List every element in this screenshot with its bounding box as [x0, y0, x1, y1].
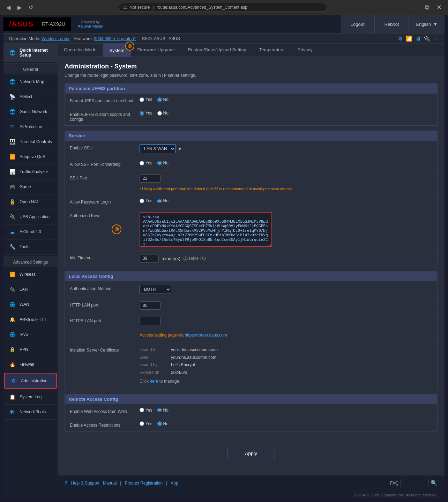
tab-firmware-upgrade[interactable]: Firmware Upgrade: [131, 44, 182, 57]
sidebar-item-game[interactable]: 🎮 Game: [3, 179, 58, 194]
op-mode-link[interactable]: Wireless router: [42, 36, 70, 41]
format-no-label: No: [163, 97, 169, 102]
scripts-yes-radio[interactable]: [140, 111, 144, 116]
network-status-icon[interactable]: 🖥: [415, 36, 421, 42]
pf-yes-option[interactable]: Yes: [140, 161, 152, 165]
wan-label: WAN: [20, 302, 29, 307]
sidebar-item-ipv6[interactable]: 🌐 IPv6: [3, 327, 58, 342]
tab-system[interactable]: System ②: [103, 44, 131, 57]
sidebar-item-alexa-ifttt[interactable]: 🔔 Alexa & IFTTT: [3, 312, 58, 327]
app-link[interactable]: App: [171, 481, 178, 486]
password-login-value: Yes No: [140, 198, 432, 203]
ssh-port-value: * Using a different port than the defaul…: [140, 174, 432, 191]
sidebar-item-aimesh[interactable]: 📡 AiMesh: [3, 89, 58, 104]
format-no-radio[interactable]: [157, 97, 162, 102]
share-status-icon[interactable]: ↔: [433, 36, 439, 42]
format-yes-radio[interactable]: [140, 97, 144, 102]
administration-icon: ⚙: [10, 377, 17, 385]
sidebar-item-wan[interactable]: 🌐 WAN: [3, 297, 58, 312]
tab-privacy[interactable]: Privacy: [291, 44, 319, 57]
manual-link[interactable]: Manual: [103, 481, 117, 486]
pl-yes-option[interactable]: Yes: [140, 198, 152, 203]
sidebar-item-adaptive-qos[interactable]: 📶 Adaptive QoS: [3, 149, 58, 164]
sidebar-item-system-log[interactable]: 📋 System Log: [3, 390, 58, 405]
pf-yes-radio[interactable]: [140, 161, 144, 165]
sidebar-item-wireless[interactable]: 📶 Wireless: [3, 267, 58, 282]
firmware-link[interactable]: 3004.388.5_0-gnuton1: [94, 36, 136, 41]
format-yes-option[interactable]: Yes: [140, 97, 152, 102]
sidebar-item-network-tools[interactable]: 🛠 Network Tools: [3, 405, 58, 420]
settings-status-icon[interactable]: ⚙: [398, 35, 403, 42]
wifi-status-icon[interactable]: 📶: [405, 35, 412, 42]
quick-setup-icon: 🌐: [8, 49, 16, 57]
sidebar-item-open-nat[interactable]: 🔓 Open NAT: [3, 194, 58, 209]
ar-no-radio[interactable]: [157, 421, 162, 426]
sidebar-item-lan[interactable]: 🔌 LAN: [3, 282, 58, 297]
http-port-input[interactable]: [140, 301, 160, 310]
sidebar-item-aiprotection[interactable]: 🛡 AiProtection: [3, 119, 58, 134]
logout-button[interactable]: Logout: [341, 15, 375, 33]
enable-ssh-select[interactable]: LAN only LAN & WAN No: [140, 144, 176, 153]
annotation-3: ③: [112, 224, 121, 234]
product-reg-link[interactable]: Product Registration: [125, 481, 163, 486]
parental-controls-icon: 👨‍👩‍👧: [8, 138, 16, 146]
http-port-value: [140, 301, 432, 310]
minimize-button[interactable]: —: [410, 3, 420, 12]
access-link[interactable]: https://router.asus.com: [185, 333, 227, 338]
ar-yes-option[interactable]: Yes: [140, 421, 152, 426]
separator: |: [153, 5, 154, 10]
ssh-port-input[interactable]: [140, 174, 160, 183]
ar-yes-label: Yes: [145, 421, 152, 426]
ar-no-option[interactable]: No: [157, 421, 169, 426]
sidebar-item-usb-application[interactable]: 🔌 USB Application: [3, 209, 58, 224]
cert-manage-link[interactable]: here: [150, 379, 158, 384]
ar-yes-radio[interactable]: [140, 421, 144, 426]
scripts-no-radio[interactable]: [157, 111, 162, 116]
tab-operation-mode[interactable]: Operation Mode: [58, 44, 103, 57]
faq-search-button[interactable]: 🔍: [431, 480, 438, 486]
sidebar-item-parental-controls[interactable]: 👨‍👩‍👧 Parental Controls: [3, 134, 58, 149]
address-bar[interactable]: ⚠ Not secure | router.asus.com/Advanced_…: [118, 3, 327, 12]
scripts-no-option[interactable]: No: [157, 111, 169, 116]
auth-method-select[interactable]: BOTH Password Cert: [140, 285, 171, 294]
authorized-keys-textarea[interactable]: [140, 212, 272, 247]
wa-no-option[interactable]: No: [157, 408, 169, 413]
sidebar-item-network-map[interactable]: 🌐 Network Map: [3, 74, 58, 89]
pf-no-option[interactable]: No: [157, 161, 169, 165]
tab-restore-save[interactable]: Restore/Save/Upload Setting: [181, 44, 253, 57]
sidebar-item-vpn[interactable]: 🔒 VPN: [3, 342, 58, 357]
sidebar-item-aicloud[interactable]: ☁ AiCloud 2.0: [3, 224, 58, 239]
usb-status-icon[interactable]: 🔌: [424, 35, 431, 42]
status-bar: Operation Mode: Wireless router Firmware…: [3, 34, 445, 44]
quick-setup-item[interactable]: 🌐 Quick Internet Setup: [3, 44, 58, 62]
forward-button[interactable]: ▶: [15, 3, 24, 12]
faq-input[interactable]: [401, 479, 428, 487]
wa-yes-radio[interactable]: [140, 408, 144, 412]
https-port-input[interactable]: [140, 317, 160, 325]
pl-no-radio[interactable]: [157, 199, 162, 203]
sidebar-item-traffic-analyzer[interactable]: 📊 Traffic Analyzer: [3, 164, 58, 179]
sidebar-item-guest-network[interactable]: 🌐 Guest Network: [3, 104, 58, 119]
pf-no-radio[interactable]: [157, 161, 162, 165]
reload-button[interactable]: ↺: [27, 3, 35, 12]
scripts-yes-option[interactable]: Yes: [140, 111, 152, 116]
idle-timeout-input[interactable]: [140, 254, 159, 263]
cert-issued-to-label: Issued to :: [140, 346, 167, 354]
close-button[interactable]: ✕: [434, 3, 444, 12]
pl-yes-radio[interactable]: [140, 199, 144, 203]
sidebar-item-tools[interactable]: 🔧 Tools: [3, 239, 58, 254]
sidebar-item-firewall[interactable]: 🔥 Firewall: [3, 357, 58, 372]
back-button[interactable]: ◀: [4, 3, 13, 12]
pl-no-option[interactable]: No: [157, 198, 169, 203]
tab-temperature[interactable]: Temperature: [253, 44, 291, 57]
wa-no-radio[interactable]: [157, 408, 162, 412]
wa-yes-option[interactable]: Yes: [140, 408, 152, 413]
reboot-button[interactable]: Reboot: [375, 15, 409, 33]
restore-button[interactable]: ⧉: [423, 3, 432, 12]
sidebar-item-administration[interactable]: ① ⚙ Administration: [4, 373, 57, 389]
format-no-option[interactable]: No: [157, 97, 169, 102]
tools-label: Tools: [20, 244, 29, 249]
tab-operation-mode-label: Operation Mode: [64, 47, 96, 52]
apply-button[interactable]: Apply: [227, 447, 275, 460]
language-button[interactable]: English ▼: [409, 15, 445, 33]
